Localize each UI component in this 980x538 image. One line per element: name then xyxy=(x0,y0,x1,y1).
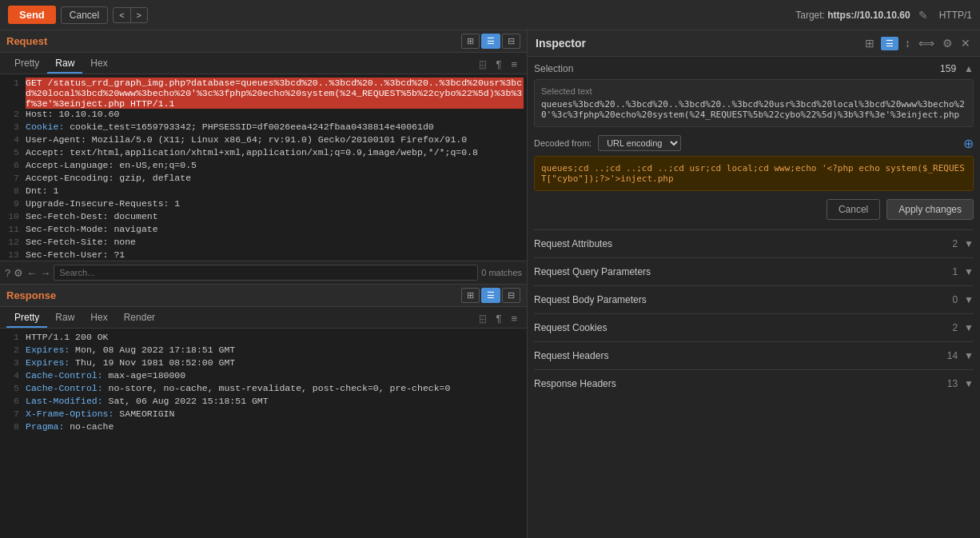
view-toggle-grid[interactable]: ⊞ xyxy=(461,34,480,49)
selected-text-box: Selected text queues%3bcd%20..%3bcd%20..… xyxy=(534,79,974,127)
inspector-btn-close[interactable]: ✕ xyxy=(959,35,972,51)
section-response-headers-header[interactable]: Response Headers 13 ▼ xyxy=(534,377,974,391)
section-body-params-header[interactable]: Request Body Parameters 0 ▼ xyxy=(534,293,974,307)
section-response-headers-chevron: ▼ xyxy=(964,378,974,389)
response-view-toggle-grid[interactable]: ⊞ xyxy=(461,288,480,303)
response-action-newline[interactable]: ¶ xyxy=(492,311,504,326)
response-section: Response ⊞ ☰ ⊟ Pretty Raw Hex Render ⌹ ¶… xyxy=(0,285,527,538)
request-line-2: 2 Host: 10.10.10.60 xyxy=(0,109,527,122)
tab-response-hex[interactable]: Hex xyxy=(82,309,115,328)
search-help-button[interactable]: ? xyxy=(5,267,10,279)
view-toggle-list[interactable]: ☰ xyxy=(481,34,500,49)
target-url: https://10.10.10.60 xyxy=(827,10,910,21)
request-line-11: 11 Sec-Fetch-Mode: navigate xyxy=(0,224,527,237)
request-line-10: 10 Sec-Fetch-Dest: document xyxy=(0,211,527,224)
section-request-attributes-title: Request Attributes xyxy=(534,238,612,249)
section-query-params-header[interactable]: Request Query Parameters 1 ▼ xyxy=(534,265,974,279)
tab-response-raw[interactable]: Raw xyxy=(47,309,82,328)
response-title: Response xyxy=(6,289,56,301)
request-line-4: 4 User-Agent: Mozilla/5.0 (X11; Linux x8… xyxy=(0,134,527,147)
search-next-button[interactable]: → xyxy=(40,267,50,279)
section-body-params-chevron: ▼ xyxy=(964,294,974,305)
section-cookies-chevron: ▼ xyxy=(964,322,974,333)
request-action-inspector[interactable]: ⌹ xyxy=(476,57,489,72)
request-line-6: 6 Accept-Language: en-US,en;q=0.5 xyxy=(0,160,527,173)
section-request-headers-header[interactable]: Request Headers 14 ▼ xyxy=(534,349,974,363)
tab-response-pretty[interactable]: Pretty xyxy=(6,309,47,328)
section-query-params: Request Query Parameters 1 ▼ xyxy=(534,257,974,285)
tab-response-render[interactable]: Render xyxy=(116,309,163,328)
search-settings-button[interactable]: ⚙ xyxy=(14,267,23,279)
inspector-btn-grid[interactable]: ⊞ xyxy=(863,35,876,51)
selected-text-label: Selected text xyxy=(541,86,966,96)
tab-request-hex[interactable]: Hex xyxy=(82,54,115,74)
response-line-5: 5 Cache-Control: no-store, no-cache, mus… xyxy=(0,383,527,396)
search-prev-button[interactable]: ← xyxy=(26,267,37,279)
inspector-header: Inspector ⊞ ☰ ↕ ⟺ ⚙ ✕ xyxy=(528,30,980,57)
decoded-encoding-select[interactable]: URL encoding xyxy=(598,135,681,151)
request-action-menu[interactable]: ≡ xyxy=(508,57,520,72)
response-action-inspector[interactable]: ⌹ xyxy=(476,311,489,326)
decoded-add-button[interactable]: ⊕ xyxy=(963,136,974,151)
inspector-btn-sort[interactable]: ↕ xyxy=(903,35,912,51)
inspector-btn-list[interactable]: ☰ xyxy=(881,37,898,50)
cancel-top-button[interactable]: Cancel xyxy=(61,6,108,24)
request-search-bar: ? ⚙ ← → 0 matches xyxy=(0,261,527,284)
request-line-1: 1 GET /status_rrd_graph_img.php?database… xyxy=(0,78,527,109)
response-view-toggle-split[interactable]: ⊟ xyxy=(502,288,520,303)
section-response-headers: Response Headers 13 ▼ xyxy=(534,369,974,397)
response-view-toggle-list[interactable]: ☰ xyxy=(481,288,500,303)
section-request-attributes-count: 2 xyxy=(952,238,958,249)
right-panel: Inspector ⊞ ☰ ↕ ⟺ ⚙ ✕ Selection 159 ▲ Se… xyxy=(528,30,980,538)
section-query-params-title: Request Query Parameters xyxy=(534,266,651,277)
request-line-9: 9 Upgrade-Insecure-Requests: 1 xyxy=(0,198,527,211)
response-view-toggles: ⊞ ☰ ⊟ xyxy=(461,288,520,303)
send-button[interactable]: Send xyxy=(8,6,56,24)
request-title: Request xyxy=(6,35,47,47)
section-query-params-chevron: ▼ xyxy=(964,266,974,277)
response-tabs-row: Pretty Raw Hex Render ⌹ ¶ ≡ xyxy=(0,307,527,329)
tab-request-raw[interactable]: Raw xyxy=(47,54,82,74)
response-line-7: 7 X-Frame-Options: SAMEORIGIN xyxy=(0,408,527,421)
response-action-menu[interactable]: ≡ xyxy=(508,311,520,326)
cancel-button[interactable]: Cancel xyxy=(827,199,880,220)
view-toggle-split[interactable]: ⊟ xyxy=(502,34,520,49)
response-header: Response ⊞ ☰ ⊟ xyxy=(0,285,527,307)
request-line-3: 3 Cookie: cookie_test=1659793342; PHPSES… xyxy=(0,122,527,134)
response-line-4: 4 Cache-Control: max-age=180000 xyxy=(0,370,527,383)
request-action-newline[interactable]: ¶ xyxy=(492,57,504,72)
section-request-attributes-header[interactable]: Request Attributes 2 ▼ xyxy=(534,237,974,251)
section-response-headers-count: 13 xyxy=(947,378,958,389)
section-cookies-count: 2 xyxy=(952,322,958,333)
search-input[interactable] xyxy=(54,265,478,281)
tab-request-pretty[interactable]: Pretty xyxy=(6,54,47,74)
match-count: 0 matches xyxy=(481,268,522,277)
main-content: Request ⊞ ☰ ⊟ Pretty Raw Hex ⌹ ¶ ≡ xyxy=(0,30,980,538)
selection-chevron-up[interactable]: ▲ xyxy=(964,63,974,74)
decoded-label: Decoded from: xyxy=(534,138,592,148)
request-tabs-row: Pretty Raw Hex ⌹ ¶ ≡ xyxy=(0,53,527,74)
nav-next-button[interactable]: > xyxy=(131,8,147,22)
request-section: Request ⊞ ☰ ⊟ Pretty Raw Hex ⌹ ¶ ≡ xyxy=(0,30,527,285)
selection-count: 159 xyxy=(940,63,956,74)
inspector-body: Selection 159 ▲ Selected text queues%3bc… xyxy=(528,57,980,538)
request-line-13: 13 Sec-Fetch-User: ?1 xyxy=(0,249,527,261)
top-toolbar: Send Cancel < > Target: https://10.10.10… xyxy=(0,0,980,30)
nav-prev-button[interactable]: < xyxy=(114,8,130,22)
request-code-area[interactable]: 1 GET /status_rrd_graph_img.php?database… xyxy=(0,74,527,261)
section-request-headers-chevron: ▼ xyxy=(964,350,974,361)
section-request-headers-title: Request Headers xyxy=(534,350,608,361)
section-cookies-header[interactable]: Request Cookies 2 ▼ xyxy=(534,321,974,335)
response-code-area[interactable]: 1 HTTP/1.1 200 OK 2 Expires: Mon, 08 Aug… xyxy=(0,329,527,538)
edit-icon[interactable]: ✎ xyxy=(918,9,928,22)
section-cookies-title: Request Cookies xyxy=(534,322,607,333)
inspector-btn-expand[interactable]: ⟺ xyxy=(917,35,936,51)
section-request-attributes: Request Attributes 2 ▼ xyxy=(534,229,974,257)
section-body-params-count: 0 xyxy=(952,294,958,305)
selection-row: Selection 159 ▲ xyxy=(534,63,974,74)
apply-changes-button[interactable]: Apply changes xyxy=(886,199,974,220)
request-line-8: 8 Dnt: 1 xyxy=(0,185,527,198)
request-line-7: 7 Accept-Encoding: gzip, deflate xyxy=(0,173,527,185)
left-panel: Request ⊞ ☰ ⊟ Pretty Raw Hex ⌹ ¶ ≡ xyxy=(0,30,528,538)
inspector-btn-settings[interactable]: ⚙ xyxy=(941,35,954,51)
